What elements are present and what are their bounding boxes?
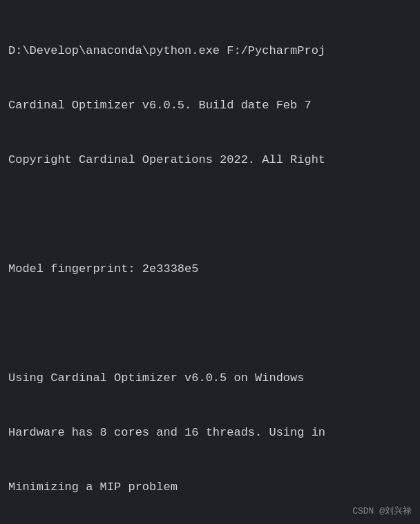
terminal-line-1: D:\Develop\anaconda\python.exe F:/Pychar… [8, 42, 412, 60]
terminal-line-2: Cardinal Optimizer v6.0.5. Build date Fe… [8, 97, 412, 115]
terminal-line-7: Minimizing a MIP problem [8, 478, 412, 496]
terminal-line-4: Model fingerprint: 2e3338e5 [8, 260, 412, 278]
terminal-line-6: Hardware has 8 cores and 16 threads. Usi… [8, 424, 412, 442]
watermark-label: CSDN @刘兴禄 [352, 505, 412, 517]
terminal-line-5: Using Cardinal Optimizer v6.0.5 on Windo… [8, 369, 412, 387]
terminal-blank-2 [8, 315, 412, 333]
terminal-blank-1 [8, 206, 412, 224]
terminal-output: D:\Develop\anaconda\python.exe F:/Pychar… [8, 6, 412, 524]
terminal-line-3: Copyright Cardinal Operations 2022. All … [8, 151, 412, 169]
